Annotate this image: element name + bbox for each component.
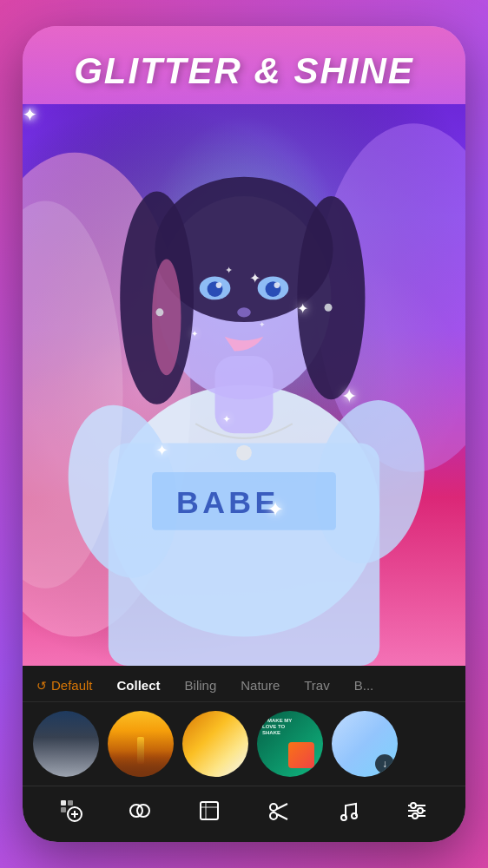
crop-tool[interactable] [187,795,232,826]
refresh-icon: ↺ [36,679,47,693]
adjust-tool[interactable] [394,795,439,826]
thumbnail-3[interactable] [182,711,248,777]
music-icon [335,799,359,823]
svg-point-22 [274,282,280,288]
tab-b[interactable]: B... [342,678,386,693]
svg-point-15 [297,196,365,399]
svg-rect-32 [68,800,73,806]
bottom-panel: ↺ Default Collect Biling Nature Trav B..… [23,666,465,842]
thumbnail-2[interactable] [108,711,174,777]
svg-point-39 [270,804,277,811]
tabs-row: ↺ Default Collect Biling Nature Trav B..… [23,666,465,702]
thumbnail-1[interactable] [33,711,99,777]
svg-point-40 [270,812,277,819]
sparkle-8: ✦ [23,104,37,125]
svg-point-28 [325,304,333,312]
thumbnail-5[interactable]: ↓ [332,711,398,777]
svg-point-48 [411,803,416,808]
sparkle-3: ✦ [155,441,168,460]
toolbar [23,786,465,838]
svg-text:✦: ✦ [249,271,260,286]
model-image: BABE [23,104,465,666]
sparkle-5: ✦ [222,413,231,425]
svg-point-44 [352,813,357,819]
download-icon[interactable]: ↓ [375,754,394,773]
phone-container: GLITTER & SHINE [23,26,465,842]
svg-point-43 [341,815,346,820]
svg-text:✦: ✦ [259,320,266,329]
sparkle-1: ✦ [297,300,308,317]
svg-line-42 [277,814,287,819]
scissors-icon [267,799,291,823]
effects-icon [128,799,152,823]
page-title: GLITTER & SHINE [40,50,448,92]
cut-tool[interactable] [256,795,301,826]
music-tool[interactable] [325,795,370,826]
sparkle-2: ✦ [341,385,357,408]
default-label: Default [51,678,93,693]
svg-text:✦: ✦ [225,265,233,275]
crop-icon [197,799,221,823]
svg-rect-36 [201,802,218,819]
svg-point-23 [237,307,251,317]
default-tab[interactable]: ↺ Default [36,678,93,693]
svg-point-10 [236,445,252,461]
svg-line-41 [277,804,287,809]
svg-text:BABE: BABE [176,485,280,520]
green-thumb-text: U MAKE MYLOVE TOSHAKE [262,718,292,737]
tab-trav[interactable]: Trav [292,678,341,693]
svg-point-16 [152,259,181,375]
svg-point-21 [216,282,222,288]
magic-tool[interactable] [49,795,94,826]
sparkle-6: ✦ [191,329,198,339]
thumbnails-row: U MAKE MYLOVE TOSHAKE ↓ [23,702,465,786]
thumbnail-4[interactable]: U MAKE MYLOVE TOSHAKE [257,711,323,777]
svg-rect-30 [61,800,66,806]
svg-point-49 [418,808,423,813]
tab-collect[interactable]: Collect [105,678,173,693]
adjust-icon [405,799,429,823]
tab-nature[interactable]: Nature [228,678,292,693]
svg-point-50 [412,813,418,819]
effects-tool[interactable] [117,795,162,826]
magic-icon [59,799,83,823]
sparkle-4: ✦ [267,497,284,522]
main-image-area: BABE [23,104,465,666]
svg-point-27 [155,308,163,316]
svg-rect-31 [61,807,66,812]
tab-biling[interactable]: Biling [173,678,229,693]
header-area: GLITTER & SHINE [23,26,465,104]
